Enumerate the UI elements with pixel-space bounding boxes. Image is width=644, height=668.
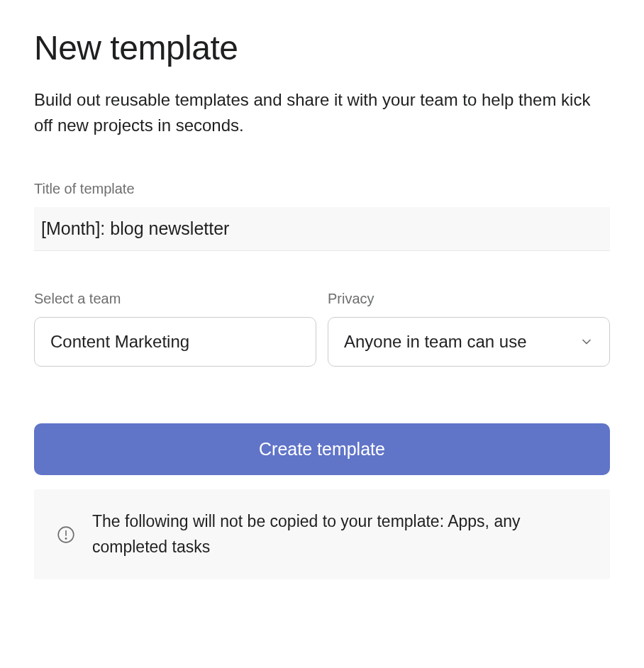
team-select-value: Content Marketing xyxy=(50,332,300,352)
title-field: Title of template xyxy=(34,181,610,291)
privacy-select[interactable]: Anyone in team can use xyxy=(328,317,610,367)
title-label: Title of template xyxy=(34,181,610,197)
team-field: Select a team Content Marketing xyxy=(34,291,316,367)
svg-point-2 xyxy=(65,538,66,538)
notice-box: The following will not be copied to your… xyxy=(34,489,610,579)
team-label: Select a team xyxy=(34,291,316,307)
privacy-field: Privacy Anyone in team can use xyxy=(328,291,610,367)
page-title: New template xyxy=(34,28,610,67)
chevron-down-icon xyxy=(579,335,594,349)
info-icon xyxy=(57,525,75,544)
team-select[interactable]: Content Marketing xyxy=(34,317,316,367)
template-title-input[interactable] xyxy=(34,207,610,251)
page-subtitle: Build out reusable templates and share i… xyxy=(34,87,610,138)
privacy-label: Privacy xyxy=(328,291,610,307)
select-row: Select a team Content Marketing Privacy … xyxy=(34,291,610,367)
privacy-select-value: Anyone in team can use xyxy=(344,332,572,352)
create-template-button[interactable]: Create template xyxy=(34,423,610,475)
notice-text: The following will not be copied to your… xyxy=(92,509,587,560)
